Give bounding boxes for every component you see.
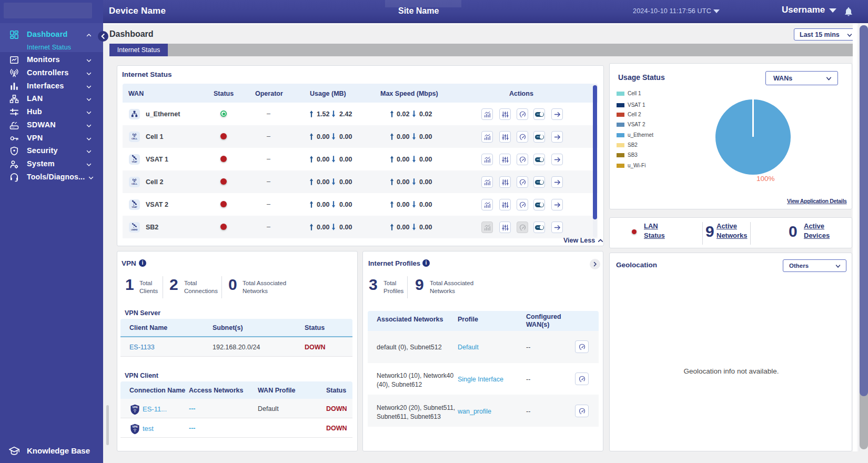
- svg-text:VPN: VPN: [133, 406, 138, 409]
- svg-text:CELL: CELL: [132, 183, 138, 185]
- svg-text:VSAT: VSAT: [132, 205, 137, 208]
- svg-text:CELL: CELL: [132, 137, 138, 140]
- svg-text:VSAT: VSAT: [132, 160, 137, 163]
- svg-text:LBAND: LBAND: [131, 228, 138, 230]
- svg-text:VPN: VPN: [133, 426, 138, 428]
